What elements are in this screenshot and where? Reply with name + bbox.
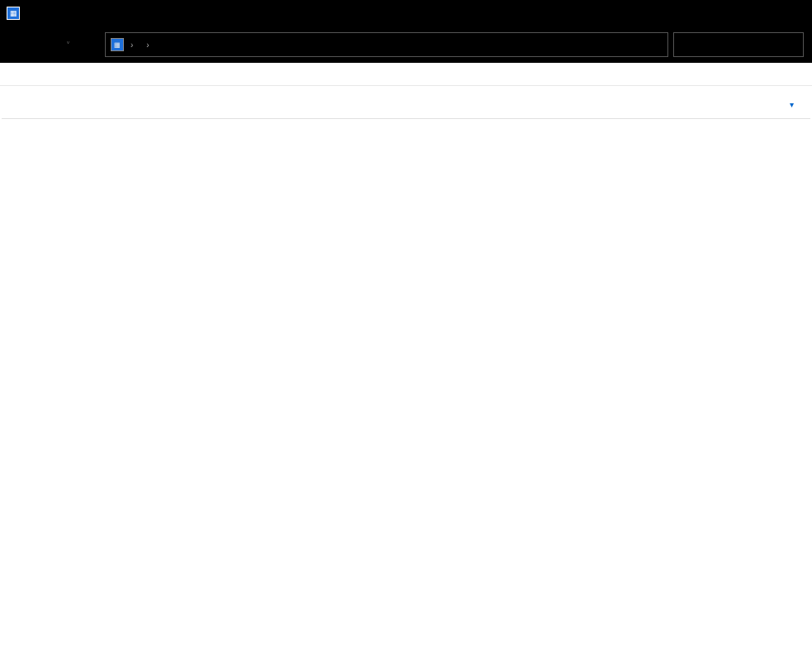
back-button[interactable] [8, 33, 31, 56]
forward-button[interactable] [36, 33, 59, 56]
navbar: ˅ ▦ › › [0, 26, 812, 63]
breadcrumb-sep-icon: › [127, 41, 136, 50]
items-scroll-area [0, 119, 812, 641]
address-bar[interactable]: ▦ › › [105, 32, 668, 57]
up-button[interactable] [77, 33, 100, 56]
search-box[interactable] [673, 32, 804, 57]
view-by-control[interactable]: ▾ [782, 98, 794, 110]
search-input[interactable] [681, 39, 796, 51]
menubar [0, 63, 812, 86]
history-dropdown[interactable]: ˅ [66, 41, 70, 50]
menu-edit[interactable] [23, 73, 40, 76]
breadcrumb-sep-icon: › [143, 41, 152, 50]
control-panel-app-icon: ▦ [7, 7, 20, 20]
address-bar-icon: ▦ [111, 38, 124, 51]
header-row: ▾ [0, 86, 812, 118]
chevron-down-icon: ▾ [790, 100, 794, 109]
minimize-button[interactable] [772, 0, 805, 26]
menu-file[interactable] [5, 73, 21, 76]
titlebar: ▦ [0, 0, 812, 26]
menu-tools[interactable] [59, 73, 76, 76]
menu-view[interactable] [41, 73, 58, 76]
